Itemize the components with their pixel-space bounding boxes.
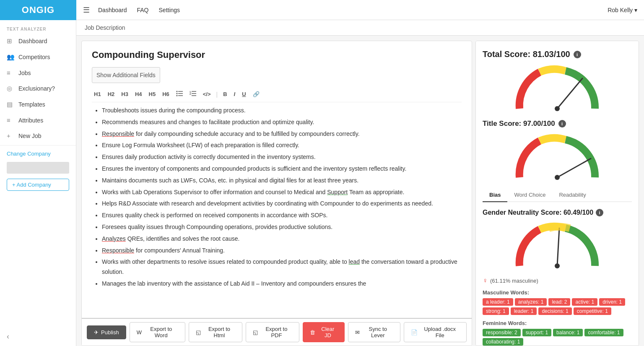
- publish-icon: ✈: [94, 329, 99, 336]
- word-tag: collaborating: 1: [483, 338, 523, 346]
- content-area: Job Description Compounding Supervisor S…: [76, 20, 644, 346]
- list-item: Troubleshoots issues during the compound…: [102, 106, 462, 116]
- feminine-words-section: Feminine Words: responsible: 2support: 1…: [483, 320, 632, 346]
- sidebar-item-attributes[interactable]: ≡ Attributes: [0, 112, 76, 128]
- sync-icon: ✉: [355, 329, 360, 336]
- h1-button[interactable]: H1: [92, 90, 103, 98]
- total-score-gauge: [483, 62, 632, 113]
- underline-button[interactable]: U: [240, 90, 248, 98]
- export-word-button[interactable]: W Export to Word: [130, 322, 185, 342]
- clear-jd-button[interactable]: 🗑 Clear JD: [303, 322, 345, 342]
- svg-point-1: [176, 91, 177, 92]
- highlighted-word: Responsible: [102, 130, 134, 137]
- editor-panel: Compounding Supervisor Show Additional F…: [81, 41, 472, 346]
- new-job-icon: +: [7, 132, 14, 139]
- tab-bias[interactable]: Bias: [483, 188, 507, 202]
- sidebar-item-jobs[interactable]: ≡ Jobs: [0, 65, 76, 81]
- jobs-icon: ≡: [7, 69, 14, 76]
- svg-point-16: [555, 263, 560, 268]
- word-tag: responsible: 2: [483, 329, 521, 336]
- sidebar-item-label: New Job: [18, 133, 41, 139]
- word-tag: decisions: 1: [538, 307, 571, 315]
- h6-button[interactable]: H6: [160, 90, 171, 98]
- tab-word-choice[interactable]: Word Choice: [507, 188, 552, 202]
- editor-score-wrap: Compounding Supervisor Show Additional F…: [76, 36, 644, 346]
- h5-button[interactable]: H5: [147, 90, 158, 98]
- gauge-svg-title: [511, 131, 603, 182]
- link-button[interactable]: 🔗: [251, 90, 262, 98]
- publish-button[interactable]: ✈ Publish: [87, 325, 126, 339]
- code-button[interactable]: </>: [201, 90, 213, 98]
- clear-jd-label: Clear JD: [318, 326, 338, 338]
- change-company-link[interactable]: Change Company: [0, 147, 76, 160]
- italic-button[interactable]: I: [232, 90, 238, 98]
- word-tag: comfortable: 1: [584, 329, 623, 336]
- main-layout: TEXT ANALYZER ⊞ Dashboard 👥 Competitors …: [0, 20, 644, 346]
- list-item: Analyzes QREs, identifies and solves the…: [102, 234, 462, 244]
- highlighted-word: Responsible: [102, 247, 134, 254]
- job-description-list[interactable]: Troubleshoots issues during the compound…: [92, 106, 462, 289]
- person-icon: ♀: [483, 277, 488, 284]
- score-tabs: Bias Word Choice Readability: [483, 188, 632, 202]
- word-tag: driven: 1: [599, 298, 625, 306]
- upload-docx-button[interactable]: 📄 Upload .docx File: [404, 322, 467, 342]
- list-item: Responsible for daily compounding schedu…: [102, 129, 462, 139]
- word-tag: strong: 1: [483, 307, 509, 315]
- export-html-button[interactable]: ◱ Export to Html: [189, 322, 243, 342]
- upload-docx-label: Upload .docx File: [420, 326, 460, 338]
- title-score-info-icon[interactable]: i: [558, 120, 566, 127]
- word-tag: balance: 1: [553, 329, 583, 336]
- breadcrumb: Job Description: [76, 20, 644, 36]
- title-score-gauge: [483, 131, 632, 182]
- masculine-word-tags: a leader: 1analyzes: 1lead: 2active: 1dr…: [483, 298, 632, 315]
- logo: ONGIG: [0, 0, 76, 20]
- word-tag: competitive: 1: [574, 307, 611, 315]
- highlighted-word-green: Support: [327, 189, 348, 195]
- sidebar-item-label: Exclusionary?: [18, 85, 55, 92]
- add-company-button[interactable]: + Add Company: [7, 179, 69, 191]
- sidebar-section-label: TEXT ANALYZER: [0, 23, 76, 33]
- word-tag: active: 1: [572, 298, 597, 306]
- masculine-words-label: Masculine Words:: [483, 289, 632, 296]
- sidebar-item-competitors[interactable]: 👥 Competitors: [0, 49, 76, 65]
- sidebar-item-templates[interactable]: ▤ Templates: [0, 96, 76, 112]
- h3-button[interactable]: H3: [119, 90, 130, 98]
- templates-icon: ▤: [7, 101, 14, 108]
- sidebar-item-dashboard[interactable]: ⊞ Dashboard: [0, 33, 76, 49]
- gender-note: ♀ (61.11% masculine): [483, 277, 632, 284]
- sidebar-collapse-button[interactable]: ‹: [0, 327, 76, 346]
- highlighted-word-green: lead: [349, 258, 360, 265]
- h2-button[interactable]: H2: [106, 90, 117, 98]
- score-panel: Total Score: 81.03/100 i: [475, 41, 639, 346]
- list-item: Foresees quality issues through Compound…: [102, 222, 462, 232]
- job-title[interactable]: Compounding Supervisor: [92, 49, 462, 60]
- ordered-list-button[interactable]: 1.2.: [187, 90, 198, 99]
- sidebar: TEXT ANALYZER ⊞ Dashboard 👥 Competitors …: [0, 20, 76, 346]
- tab-readability[interactable]: Readability: [552, 188, 592, 202]
- word-tag: analyzes: 1: [515, 298, 547, 306]
- sync-lever-button[interactable]: ✉ Sync to Lever: [348, 322, 400, 342]
- gender-score-gauge: [483, 220, 632, 270]
- nav-dashboard[interactable]: Dashboard: [98, 7, 127, 13]
- sidebar-item-exclusionary[interactable]: ◎ Exclusionary?: [0, 81, 76, 96]
- word-tag: a leader: 1: [483, 298, 513, 306]
- user-menu[interactable]: Rob Kelly: [608, 7, 637, 13]
- nav-faq[interactable]: FAQ: [137, 7, 149, 13]
- show-fields-button[interactable]: Show Additional Fields: [92, 67, 160, 83]
- word-tag: leader: 1: [511, 307, 537, 315]
- dashboard-icon: ⊞: [7, 37, 14, 45]
- unordered-list-button[interactable]: [174, 90, 185, 99]
- h4-button[interactable]: H4: [133, 90, 144, 98]
- bold-button[interactable]: B: [221, 90, 229, 98]
- sidebar-item-label: Competitors: [18, 54, 50, 60]
- hamburger-icon[interactable]: ☰: [83, 5, 90, 15]
- nav-settings[interactable]: Settings: [159, 7, 180, 13]
- total-score-title: Total Score: 81.03/100 i: [483, 49, 632, 59]
- total-score-info-icon[interactable]: i: [574, 51, 581, 58]
- list-item: Manages the lab inventory with the assis…: [102, 279, 462, 289]
- export-pdf-button[interactable]: ◱ Export to PDF: [246, 322, 299, 342]
- gender-score-info-icon[interactable]: i: [596, 209, 603, 216]
- svg-point-12: [555, 106, 560, 111]
- sidebar-item-new-job[interactable]: + New Job: [0, 128, 76, 143]
- company-selector[interactable]: [7, 162, 69, 174]
